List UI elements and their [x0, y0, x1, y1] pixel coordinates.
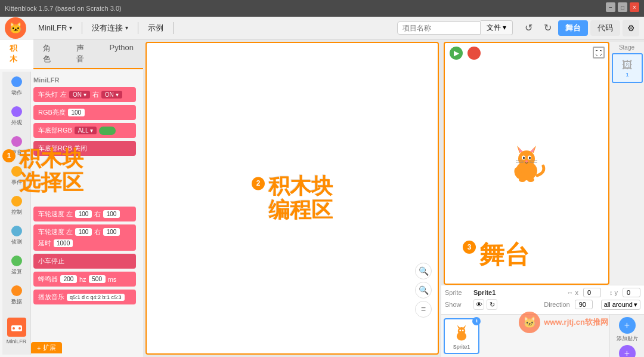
sprite-row-2: Show 👁 ↻ Direction 90 all around ▾: [445, 299, 640, 310]
sprite-mini-cat: [451, 322, 472, 344]
title-text: Kittenblock 1.5.7 (based on Scratch 3.0): [5, 5, 122, 12]
category-sound[interactable]: 声音: [2, 131, 30, 161]
headlight-left-dropdown[interactable]: ON ▾: [69, 91, 90, 99]
tab-blocks[interactable]: 积木: [0, 39, 33, 69]
category-data[interactable]: 数据: [2, 281, 30, 310]
undo-button[interactable]: ↺: [520, 20, 537, 36]
looks-label: 外观: [11, 119, 22, 127]
expand-button[interactable]: + 扩展: [31, 342, 62, 353]
project-name-menu[interactable]: MiniLFR ▾: [31, 21, 79, 35]
sensing-label: 侦测: [11, 238, 22, 246]
data-dot: [11, 285, 22, 296]
block-stop[interactable]: 小车停止: [33, 254, 136, 269]
buzzer-freq-input[interactable]: 200: [60, 275, 77, 283]
sep3: [173, 22, 174, 34]
sprite-thumb-1[interactable]: ℹ Sprite1: [444, 318, 479, 354]
bottom-rgb-dropdown[interactable]: ALL ▾: [75, 127, 97, 134]
rotation-dropdown[interactable]: all around ▾: [601, 300, 640, 310]
y-label: ↕ y: [609, 289, 618, 296]
wheel-delay-input[interactable]: 1000: [54, 239, 73, 247]
wheel-left-input[interactable]: 100: [75, 210, 92, 218]
rgb-toggle[interactable]: [99, 127, 116, 135]
block-bottom-rgb[interactable]: 车底部RGB ALL ▾: [33, 123, 136, 138]
menubar: 🐱 MiniLFR ▾ 没有连接 ▾ 示例 文件 ▾ ↺ ↻ 舞台 代码 ⚙: [0, 17, 644, 39]
section-minilefr: MiniLFR: [33, 76, 136, 84]
block-wheel-speed[interactable]: 车轮速度 左 100 右 100: [33, 207, 136, 221]
zoom-controls: 🔍 🔍 =: [415, 263, 432, 318]
zoom-in-button[interactable]: 🔍: [415, 263, 432, 279]
wheel-right-input[interactable]: 100: [103, 210, 120, 218]
block-headlight[interactable]: 车头灯 左 ON ▾ 右 ON ▾: [33, 87, 136, 102]
control-dot: [11, 196, 22, 207]
stage-mode-button[interactable]: 舞台: [558, 20, 588, 36]
sprite-label: Sprite: [445, 289, 469, 296]
window-controls[interactable]: − □ ×: [606, 2, 639, 12]
examples-menu[interactable]: 示例: [141, 20, 171, 36]
zoom-reset-button[interactable]: =: [415, 301, 432, 318]
category-events[interactable]: 事件: [2, 161, 30, 191]
block-bottom-rgb-off[interactable]: 车底部RGB 关闭: [33, 141, 136, 156]
rgb-brightness-input[interactable]: 100: [68, 109, 85, 116]
settings-button[interactable]: ⚙: [623, 20, 639, 36]
block-wheel-speed-delay[interactable]: 车轮速度 左 100 右 100 延时 1000: [33, 224, 136, 251]
buzzer-ms-input[interactable]: 500: [89, 275, 106, 283]
sprite-thumb-label: Sprite1: [453, 344, 470, 350]
direction-value[interactable]: 90: [575, 300, 593, 309]
cat-sprite: [503, 140, 550, 187]
headlight-right-dropdown[interactable]: ON ▾: [101, 91, 122, 99]
block-rgb-brightness[interactable]: RGB亮度 100: [33, 105, 136, 120]
sound-dot: [11, 136, 22, 147]
code-mode-button[interactable]: 代码: [590, 20, 620, 36]
right-panel: ▶ ⛶: [441, 39, 644, 357]
stop-button[interactable]: [467, 47, 481, 60]
programming-area[interactable]: 2 积木块 编程区 🔍 🔍 =: [145, 42, 439, 355]
close-button[interactable]: ×: [630, 2, 639, 12]
no-connect-menu[interactable]: 没有连接 ▾: [85, 20, 135, 36]
data-label: 数据: [11, 298, 22, 306]
rotate-button[interactable]: ↻: [487, 299, 497, 310]
operators-label: 运算: [11, 268, 22, 276]
stage-view: ▶ ⛶: [444, 42, 609, 285]
show-icons: 👁 ↻: [473, 299, 497, 310]
svg-point-2: [18, 327, 21, 330]
tab-python[interactable]: Python: [100, 39, 143, 68]
left-panel: 积木 角色 声音 Python 动作 外观 声音: [0, 39, 143, 357]
maximize-button[interactable]: □: [618, 2, 627, 12]
category-sensing[interactable]: 侦测: [2, 221, 30, 251]
right-buttons: ↺ ↻ 舞台 代码 ⚙: [520, 20, 639, 36]
category-motion[interactable]: 动作: [2, 72, 30, 101]
app-logo: 🐱: [5, 17, 26, 39]
green-flag-button[interactable]: ▶: [450, 47, 463, 60]
wheel-left-delay-input[interactable]: 100: [75, 228, 92, 236]
zoom-out-button[interactable]: 🔍: [415, 282, 432, 298]
file-button[interactable]: 文件 ▾: [481, 20, 513, 35]
fullscreen-button[interactable]: ⛶: [593, 47, 605, 59]
category-operators[interactable]: 运算: [2, 251, 30, 281]
redo-button[interactable]: ↻: [539, 20, 556, 36]
tab-sprite[interactable]: 角色: [33, 39, 67, 68]
category-looks[interactable]: 外观: [2, 101, 30, 131]
minimize-button[interactable]: −: [606, 2, 615, 12]
y-value[interactable]: 0: [623, 288, 640, 297]
tab-sound[interactable]: 声音: [67, 39, 100, 68]
block-play-music[interactable]: 播放音乐 q5:1 d c q4:2 b:1 c5:3: [33, 290, 136, 304]
music-notes-input[interactable]: q5:1 d c q4:2 b:1 c5:3: [67, 294, 125, 301]
show-eye-button[interactable]: 👁: [473, 299, 484, 310]
svg-point-13: [525, 160, 528, 162]
category-control[interactable]: 控制: [2, 191, 30, 221]
svg-point-22: [458, 327, 466, 335]
add-backdrop-button[interactable]: + 添加方式: [612, 345, 642, 357]
search-input[interactable]: [397, 21, 481, 35]
stage-thumbnail[interactable]: 🖼 1: [612, 53, 643, 83]
block-buzzer[interactable]: 蜂鸣器 200 hz 500 ms: [33, 272, 136, 287]
tabs-bar: 积木 角色 声音 Python: [0, 39, 143, 69]
add-sprite-button[interactable]: + 添加贴片: [612, 317, 642, 343]
wheel-right-delay-input[interactable]: 100: [103, 228, 120, 236]
add-sprite-label: 添加贴片: [617, 335, 638, 343]
x-value[interactable]: 0: [583, 288, 601, 297]
svg-point-26: [462, 329, 464, 331]
looks-dot: [11, 106, 22, 117]
overlay-number-3: 3: [463, 241, 476, 254]
category-minilefr[interactable]: MiniLFR: [2, 313, 30, 349]
sep2: [138, 22, 138, 34]
